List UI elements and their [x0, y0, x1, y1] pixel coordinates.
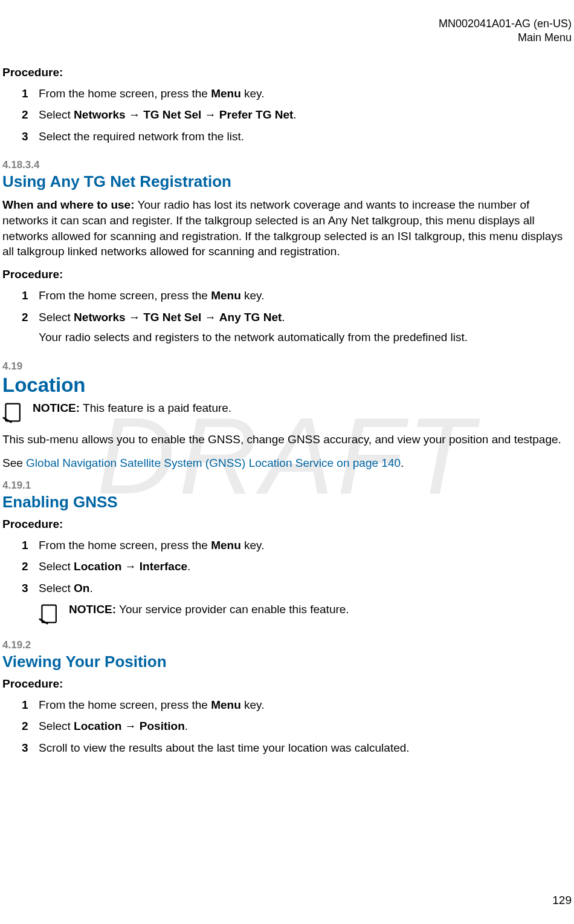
step-number: 1	[22, 85, 28, 102]
list-item: 1 From the home screen, press the Menu k…	[22, 697, 572, 714]
section-title: Location	[2, 374, 572, 397]
step-subtext: Your radio selects and registers to the …	[39, 329, 572, 346]
text-fragment: key.	[241, 87, 265, 100]
text-fragment: key.	[241, 539, 265, 551]
procedure-label: Procedure:	[2, 268, 572, 281]
bold-text: Menu	[211, 698, 241, 711]
page-number: 129	[552, 894, 572, 907]
bold-text: Location	[74, 560, 121, 573]
bold-text: Interface	[140, 560, 187, 573]
text-fragment: From the home screen, press the	[39, 87, 211, 100]
list-item: 1 From the home screen, press the Menu k…	[22, 85, 572, 102]
text-fragment: .	[89, 582, 92, 594]
step-number: 2	[22, 106, 28, 123]
step-text: Select On.	[39, 582, 93, 594]
step-number: 2	[22, 558, 28, 575]
bold-text: Networks	[74, 108, 126, 121]
notice-label: NOTICE:	[33, 402, 80, 414]
text-fragment: Select	[39, 560, 74, 573]
bold-text: Menu	[211, 87, 241, 100]
step-text: From the home screen, press the Menu key…	[39, 539, 264, 551]
text-fragment: key.	[241, 698, 265, 711]
text-fragment: Your service provider can enable this fe…	[116, 603, 349, 616]
step-text: Select Location → Position.	[39, 720, 188, 732]
step-number: 1	[22, 537, 28, 554]
step-number: 3	[22, 740, 28, 756]
step-text: Scroll to view the results about the las…	[39, 741, 410, 754]
list-item: 1 From the home screen, press the Menu k…	[22, 537, 572, 554]
section-number: 4.19	[2, 360, 572, 373]
step-text: From the home screen, press the Menu key…	[39, 87, 264, 100]
section-number: 4.19.2	[2, 639, 572, 651]
procedure-steps-4191: 1 From the home screen, press the Menu k…	[2, 537, 572, 597]
bold-text: Position	[140, 720, 185, 732]
notice-block: NOTICE: This feature is a paid feature.	[2, 400, 572, 423]
notice-text: NOTICE: This feature is a paid feature.	[33, 400, 231, 416]
text-fragment: →	[121, 720, 140, 732]
text-fragment: →	[121, 560, 140, 573]
notice-icon	[2, 402, 24, 423]
bold-text: TG Net Sel	[143, 108, 201, 121]
list-item: 1 From the home screen, press the Menu k…	[22, 287, 572, 304]
bold-text: When and where to use:	[2, 198, 135, 211]
text-fragment: .	[185, 720, 188, 732]
notice-icon	[39, 603, 60, 625]
text-fragment: .	[282, 311, 285, 324]
text-fragment: From the home screen, press the	[39, 289, 211, 302]
list-item: 2 Select Networks → TG Net Sel → Prefer …	[22, 106, 572, 123]
list-item: 2 Select Networks → TG Net Sel → Any TG …	[22, 309, 572, 346]
procedure-steps-4192: 1 From the home screen, press the Menu k…	[2, 697, 572, 756]
list-item: 2 Select Location → Position.	[22, 718, 572, 735]
bold-text: Menu	[211, 539, 241, 551]
bold-text: Location	[74, 720, 121, 732]
section-number: 4.18.3.4	[2, 159, 572, 171]
body-paragraph: When and where to use: Your radio has lo…	[2, 197, 572, 259]
procedure-steps-41834: 1 From the home screen, press the Menu k…	[2, 287, 572, 346]
procedure-label: Procedure:	[2, 66, 572, 79]
procedure-label: Procedure:	[2, 677, 572, 691]
bold-text: On	[74, 582, 89, 594]
text-fragment: From the home screen, press the	[39, 539, 211, 551]
step-number: 1	[22, 697, 28, 714]
step-number: 3	[22, 128, 28, 145]
text-fragment: From the home screen, press the	[39, 698, 211, 711]
list-item: 3 Scroll to view the results about the l…	[22, 740, 572, 756]
list-item: 2 Select Location → Interface.	[22, 558, 572, 575]
bold-text: Menu	[211, 289, 241, 302]
list-item: 3 Select On.	[22, 580, 572, 597]
text-fragment: Select	[39, 720, 74, 732]
chapter-name: Main Menu	[0, 31, 572, 45]
text-fragment: key.	[241, 289, 265, 302]
step-text: Select the required network from the lis…	[39, 130, 244, 143]
notice-text: NOTICE: Your service provider can enable…	[69, 602, 349, 617]
bold-text: Networks	[74, 311, 126, 324]
body-paragraph: This sub-menu allows you to enable the G…	[2, 432, 572, 447]
step-number: 2	[22, 309, 28, 326]
svg-rect-0	[5, 403, 19, 421]
page-content: Procedure: 1 From the home screen, press…	[0, 66, 574, 756]
step-text: From the home screen, press the Menu key…	[39, 698, 264, 711]
text-fragment: →	[126, 108, 144, 121]
list-item: 3 Select the required network from the l…	[22, 128, 572, 145]
svg-rect-2	[42, 605, 56, 622]
step-text: Select Networks → TG Net Sel → Any TG Ne…	[39, 311, 285, 324]
text-fragment: →	[201, 108, 219, 121]
section-title: Using Any TG Net Registration	[2, 172, 572, 191]
step-number: 3	[22, 580, 28, 597]
text-fragment: See	[2, 457, 26, 469]
doc-id: MN002041A01-AG (en-US)	[0, 17, 572, 31]
section-title: Enabling GNSS	[2, 493, 572, 512]
text-fragment: →	[126, 311, 144, 324]
text-fragment: This feature is a paid feature.	[80, 402, 231, 414]
page-container: DRAFT MN002041A01-AG (en-US) Main Menu P…	[0, 0, 574, 924]
step-text: Select Location → Interface.	[39, 560, 190, 573]
body-paragraph: See Global Navigation Satellite System (…	[2, 455, 572, 471]
text-fragment: .	[401, 457, 404, 469]
bold-text: Any TG Net	[219, 311, 282, 324]
notice-block: NOTICE: Your service provider can enable…	[39, 602, 572, 625]
cross-reference-link[interactable]: Global Navigation Satellite System (GNSS…	[26, 457, 401, 469]
procedure-steps-top: 1 From the home screen, press the Menu k…	[2, 85, 572, 145]
bold-text: TG Net Sel	[143, 311, 201, 324]
procedure-label: Procedure:	[2, 518, 572, 531]
step-number: 1	[22, 287, 28, 304]
